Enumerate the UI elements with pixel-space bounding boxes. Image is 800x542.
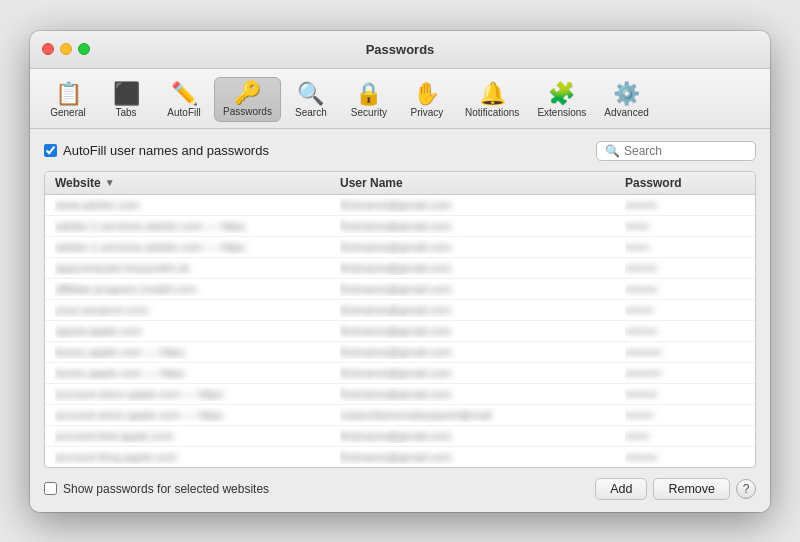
- cell-password: •••••••••: [625, 345, 745, 359]
- cell-username: firstname@gmail.com: [340, 387, 625, 401]
- toolbar-item-passwords[interactable]: 🔑 Passwords: [214, 77, 281, 122]
- cell-website: itunes.apple.com — https: [55, 345, 340, 359]
- autofill-checkbox-text: AutoFill user names and passwords: [63, 143, 269, 158]
- table-row[interactable]: account.store.apple.com — https firstnam…: [45, 384, 755, 405]
- cell-password: ••••••••: [625, 261, 745, 275]
- cell-username: subscriberemailsupport@mail: [340, 408, 625, 422]
- toolbar-item-notifications[interactable]: 🔔 Notifications: [457, 79, 527, 122]
- cell-username: firstname@gmail.com: [340, 345, 625, 359]
- toolbar-label-search: Search: [295, 107, 327, 118]
- passwords-table: Website ▼ User Name Password www.adobe.c…: [44, 171, 756, 468]
- toolbar-item-extensions[interactable]: 🧩 Extensions: [529, 79, 594, 122]
- cell-username: firstname@gmail.com: [340, 324, 625, 338]
- autofill-checkbox-input[interactable]: [44, 144, 57, 157]
- toolbar-label-tabs: Tabs: [115, 107, 136, 118]
- autofill-icon: ✏️: [171, 83, 198, 105]
- cell-username: firstname@gmail.com: [340, 198, 625, 212]
- cell-website: adobe-1.services.adobe.com — https: [55, 240, 340, 254]
- cell-username: firstname@gmail.com: [340, 429, 625, 443]
- table-row[interactable]: itunes.apple.com — https firstname@gmail…: [45, 342, 755, 363]
- cell-website: adobe-1.services.adobe.com — https: [55, 219, 340, 233]
- toolbar-label-extensions: Extensions: [537, 107, 586, 118]
- cell-website: account.iforg.apple.com: [55, 450, 340, 464]
- minimize-button[interactable]: [60, 43, 72, 55]
- table-row[interactable]: appsit.apple.com firstname@gmail.com •••…: [45, 321, 755, 342]
- table-row[interactable]: appcomputer.imsyou64.uk firstname@gmail.…: [45, 258, 755, 279]
- table-row[interactable]: account.store.apple.com — https subscrib…: [45, 405, 755, 426]
- toolbar-item-tabs[interactable]: ⬛ Tabs: [98, 79, 154, 122]
- cell-password: •••••••: [625, 303, 745, 317]
- toolbar-label-notifications: Notifications: [465, 107, 519, 118]
- autofill-checkbox-label[interactable]: AutoFill user names and passwords: [44, 143, 269, 158]
- cell-password: •••••••: [625, 408, 745, 422]
- cell-website: affiliate.program.model.com: [55, 282, 340, 296]
- general-icon: 📋: [55, 83, 82, 105]
- search-input[interactable]: [624, 144, 744, 158]
- table-row[interactable]: yous.amazon.com firstname@gmail.com ••••…: [45, 300, 755, 321]
- column-header-username[interactable]: User Name: [340, 176, 625, 190]
- table-row[interactable]: adobe-1.services.adobe.com — https first…: [45, 216, 755, 237]
- extensions-icon: 🧩: [548, 83, 575, 105]
- search-toolbar-icon: 🔍: [297, 83, 324, 105]
- column-header-password[interactable]: Password: [625, 176, 745, 190]
- top-bar: AutoFill user names and passwords 🔍: [44, 141, 756, 161]
- titlebar: Passwords: [30, 31, 770, 69]
- toolbar-label-privacy: Privacy: [411, 107, 444, 118]
- security-icon: 🔒: [355, 83, 382, 105]
- toolbar-label-general: General: [50, 107, 86, 118]
- toolbar-label-security: Security: [351, 107, 387, 118]
- cell-website: itunes.apple.com — https: [55, 366, 340, 380]
- add-button[interactable]: Add: [595, 478, 647, 500]
- toolbar-item-advanced[interactable]: ⚙️ Advanced: [596, 79, 656, 122]
- cell-username: firstname@gmail.com: [340, 240, 625, 254]
- table-row[interactable]: affiliate.program.model.com firstname@gm…: [45, 279, 755, 300]
- table-row[interactable]: itunes.apple.com — https firstname@gmail…: [45, 363, 755, 384]
- cell-username: firstname@gmail.com: [340, 219, 625, 233]
- toolbar-item-privacy[interactable]: ✋ Privacy: [399, 79, 455, 122]
- show-passwords-checkbox[interactable]: [44, 482, 57, 495]
- table-row[interactable]: adobe-1.services.adobe.com — https first…: [45, 237, 755, 258]
- cell-password: ••••••••: [625, 198, 745, 212]
- show-passwords-label[interactable]: Show passwords for selected websites: [44, 482, 269, 496]
- bottom-bar: Show passwords for selected websites Add…: [44, 478, 756, 500]
- cell-username: firstname@gmail.com: [340, 261, 625, 275]
- traffic-lights: [42, 43, 90, 55]
- cell-website: account.find.apple.com: [55, 429, 340, 443]
- notifications-icon: 🔔: [479, 83, 506, 105]
- privacy-icon: ✋: [413, 83, 440, 105]
- toolbar-label-autofill: AutoFill: [167, 107, 200, 118]
- table-header: Website ▼ User Name Password: [45, 172, 755, 195]
- cell-password: ••••••: [625, 240, 745, 254]
- toolbar-item-search[interactable]: 🔍 Search: [283, 79, 339, 122]
- main-window: Passwords 📋 General ⬛ Tabs ✏️ AutoFill 🔑…: [30, 31, 770, 512]
- cell-password: ••••••: [625, 429, 745, 443]
- search-icon: 🔍: [605, 144, 620, 158]
- table-row[interactable]: www.adobe.com firstname@gmail.com ••••••…: [45, 195, 755, 216]
- cell-username: firstname@gmail.com: [340, 282, 625, 296]
- cell-password: ••••••: [625, 219, 745, 233]
- toolbar-label-passwords: Passwords: [223, 106, 272, 117]
- cell-password: •••••••••: [625, 366, 745, 380]
- toolbar-item-security[interactable]: 🔒 Security: [341, 79, 397, 122]
- cell-website: appcomputer.imsyou64.uk: [55, 261, 340, 275]
- search-box[interactable]: 🔍: [596, 141, 756, 161]
- tabs-icon: ⬛: [113, 83, 140, 105]
- table-row[interactable]: account.iforg.apple.com firstname@gmail.…: [45, 447, 755, 467]
- content-area: AutoFill user names and passwords 🔍 Webs…: [30, 129, 770, 512]
- cell-username: firstname@gmail.com: [340, 450, 625, 464]
- cell-website: www.adobe.com: [55, 198, 340, 212]
- cell-username: firstname@gmail.com: [340, 303, 625, 317]
- sort-arrow-icon: ▼: [105, 177, 115, 188]
- remove-button[interactable]: Remove: [653, 478, 730, 500]
- help-button[interactable]: ?: [736, 479, 756, 499]
- cell-password: ••••••••: [625, 450, 745, 464]
- passwords-icon: 🔑: [234, 82, 261, 104]
- close-button[interactable]: [42, 43, 54, 55]
- maximize-button[interactable]: [78, 43, 90, 55]
- toolbar-item-autofill[interactable]: ✏️ AutoFill: [156, 79, 212, 122]
- column-header-website[interactable]: Website ▼: [55, 176, 340, 190]
- table-row[interactable]: account.find.apple.com firstname@gmail.c…: [45, 426, 755, 447]
- cell-website: appsit.apple.com: [55, 324, 340, 338]
- toolbar-item-general[interactable]: 📋 General: [40, 79, 96, 122]
- cell-password: ••••••••: [625, 282, 745, 296]
